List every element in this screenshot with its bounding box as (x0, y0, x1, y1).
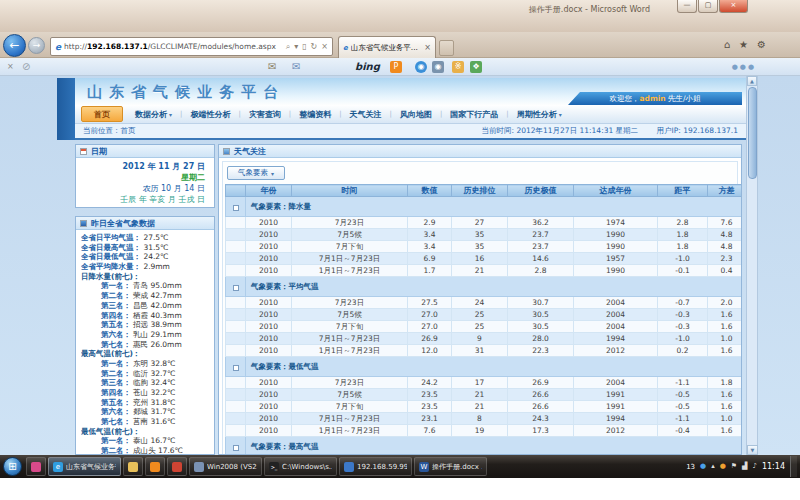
taskbar-pinned-app[interactable] (26, 457, 46, 476)
weather-stats-panel: 昨日全省气象数据 全省日平均气温： 27.5℃全省日最高气温： 31.5℃全省日… (75, 216, 215, 455)
stop-icon[interactable]: × (321, 42, 328, 51)
ie-favicon: e (55, 42, 61, 52)
checkbox[interactable] (233, 365, 239, 371)
security-icon[interactable]: ● (720, 462, 726, 471)
nav-item-4[interactable]: 整编资料 (291, 109, 339, 120)
forward-button[interactable]: → (28, 37, 45, 54)
search-icon[interactable]: ⌕ (286, 42, 290, 52)
minimize-button[interactable]: — (677, 0, 697, 13)
nav-item-1[interactable]: 数据分析 ▾ (127, 109, 180, 120)
cell: 1.6 (708, 345, 743, 357)
taskbar-explorer[interactable] (123, 457, 143, 476)
url-text: http://192.168.137.1/GLCCLIMATE/modules/… (64, 42, 286, 51)
people-icon[interactable]: ❖ (470, 61, 482, 73)
nav-item-2[interactable]: 极端性分析 (182, 109, 238, 120)
date-line-2: 农历 10 月 14 日 (76, 183, 205, 194)
checkbox[interactable] (233, 205, 239, 211)
taskbar-word[interactable]: W操作手册.docx ... (414, 457, 487, 476)
scroll-down-icon[interactable]: ▼ (747, 445, 758, 455)
cell: 14.6 (508, 253, 574, 265)
rank-value: 38.9mm (148, 320, 182, 329)
cell: 23.5 (408, 389, 452, 401)
browser-controls: ⌂ ★ ⚙ (724, 39, 766, 50)
cell: 30.7 (508, 297, 574, 309)
send-page-icon[interactable]: ✉ (292, 61, 300, 72)
gear-icon[interactable]: ⚙ (757, 39, 766, 50)
select-column-header (226, 185, 246, 197)
nav-item-6[interactable]: 风向地图 (392, 109, 440, 120)
new-tab-button[interactable] (439, 40, 454, 56)
cell: -0.5 (658, 401, 708, 413)
close-bar-icon[interactable]: × (7, 62, 14, 71)
maximize-button[interactable]: ▢ (698, 0, 718, 13)
paw-icon[interactable]: ※ (452, 61, 464, 73)
taskbar-clock[interactable]: 11:14 (762, 462, 785, 471)
taskbar-win2008[interactable]: Win2008 (VS2... (189, 457, 262, 476)
cell: 27.0 (408, 321, 452, 333)
close-button[interactable]: × (719, 0, 748, 13)
chevron-down-icon[interactable]: ▾ (294, 42, 298, 51)
messenger-icon[interactable]: ● (700, 462, 706, 471)
mail-icon[interactable]: ✉ (268, 61, 276, 72)
scroll-up-icon[interactable]: ▲ (747, 76, 757, 86)
site-header: 山东省气候业务平台 欢迎您，admin 先生/小姐 (75, 78, 746, 105)
element-filter-button[interactable]: 气象要素 ▾ (227, 166, 285, 180)
rank-station: 招远 (133, 320, 148, 329)
address-bar-icons: ⌕ ▾ ▯ ↻ × (286, 42, 328, 52)
blue-app-icon[interactable]: ◉ (415, 61, 427, 73)
start-button[interactable]: ⊞ (3, 457, 22, 476)
nav-item-0[interactable]: 首页 (81, 106, 123, 122)
compatibility-icon[interactable]: ▯ (302, 42, 306, 51)
date-line-3: 壬辰 年 辛亥 月 壬戌 日 (76, 194, 205, 205)
nav-item-5[interactable]: 天气关注 (342, 109, 390, 120)
flag-icon[interactable]: ⚑ (731, 462, 737, 471)
row-spacer-cell (226, 241, 246, 253)
home-icon[interactable]: ⌂ (724, 39, 730, 50)
cell: 25 (452, 321, 508, 333)
rank-station: 临沂 (133, 369, 148, 378)
checkbox[interactable] (233, 445, 239, 451)
chart-icon (80, 220, 87, 227)
rank-label: 第五名： (101, 320, 131, 329)
orange-app-icon[interactable]: P (390, 61, 402, 73)
show-desktop-button[interactable] (790, 456, 797, 477)
taskbar-ie-window[interactable]: e山东省气候业务平... (48, 457, 121, 476)
taskbar-word-label: 操作手册.docx ... (432, 462, 482, 472)
back-button[interactable]: ← (3, 34, 26, 57)
cell: 26.6 (508, 389, 574, 401)
row-spacer-cell (226, 297, 246, 309)
stat-label: 全省日平均气温： (81, 233, 141, 242)
stat-row: 全省日最低气温： 24.2℃ (81, 252, 214, 262)
nav-item-7[interactable]: 国家下行产品 (442, 109, 506, 120)
taskbar-rdp-label: 192.168.59.99... (357, 463, 407, 471)
checkbox[interactable] (233, 285, 239, 291)
taskbar-app-orange[interactable] (145, 457, 165, 476)
browser-tab[interactable]: e 山东省气候业务平... × (338, 36, 436, 58)
hidden-icons-arrow[interactable]: ▴ (711, 462, 715, 471)
site-container: 山东省气候业务平台 欢迎您，admin 先生/小姐 首页数据分析 ▾|极端性分析… (57, 78, 746, 455)
network-icon[interactable]: ▟ (742, 462, 747, 471)
cell: 1.8 (658, 229, 708, 241)
rank-label: 第二名： (101, 369, 131, 378)
volume-icon[interactable]: ♪ (752, 462, 756, 471)
taskbar-cmd[interactable]: >_C:\Windows\s... (264, 457, 337, 476)
camera-icon[interactable]: ◉ (432, 61, 444, 73)
address-bar[interactable]: e http://192.168.137.1/GLCCLIMATE/module… (50, 37, 333, 56)
nav-item-3[interactable]: 灾害查询 (241, 109, 289, 120)
taskbar-rdp[interactable]: 192.168.59.99... (339, 457, 412, 476)
tab-close-icon[interactable]: × (424, 43, 431, 52)
cell: 1957 (574, 253, 658, 265)
scrollbar-thumb[interactable] (748, 87, 757, 179)
more-options-icon[interactable]: ●●● (732, 63, 756, 71)
table-row: 20107月5候27.02530.52004-0.31.6 (226, 309, 743, 321)
cell: 2012 (574, 425, 658, 437)
ime-badge[interactable]: 13 (686, 463, 695, 471)
row-spacer-cell (226, 401, 246, 413)
vertical-scrollbar[interactable]: ▲ ▼ (746, 76, 758, 455)
favorites-star-icon[interactable]: ★ (739, 39, 748, 50)
taskbar-browser[interactable] (167, 457, 187, 476)
refresh-icon[interactable]: ↻ (311, 42, 318, 51)
bing-logo[interactable]: bing (355, 61, 380, 72)
rank-station: 乳山 (133, 330, 148, 339)
nav-item-8[interactable]: 周期性分析 ▾ (509, 109, 570, 120)
